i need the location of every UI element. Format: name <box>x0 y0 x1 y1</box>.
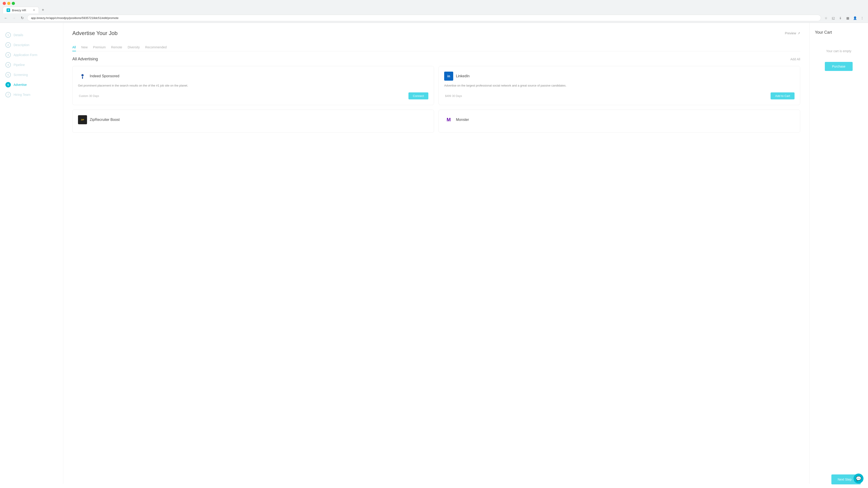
page-title: Advertise Your Job <box>72 30 118 36</box>
monster-card-header: M Monster <box>444 115 795 124</box>
monster-card-title: Monster <box>456 118 469 122</box>
sidebar-item-pipeline[interactable]: 4 Pipeline <box>5 60 58 70</box>
sidebar-label-hiring-team: Hiring Team <box>13 93 30 96</box>
sidebar-label-details: Details <box>13 33 23 37</box>
indeed-card-header: Indeed Sponsored <box>78 72 428 80</box>
filter-tab-diversity[interactable]: Diversity <box>128 43 140 51</box>
filter-tab-all[interactable]: All <box>72 43 76 51</box>
url-bar[interactable]: app.breezy.hr/app/c/moodjoy/positions/59… <box>27 15 821 21</box>
monster-card: M Monster <box>438 109 800 133</box>
step-circle-5: 5 <box>5 72 11 77</box>
linkedin-card-header: in LinkedIn <box>444 72 795 80</box>
linkedin-card-price: $49930 Days <box>444 94 462 98</box>
step-circle-4: 4 <box>5 62 11 68</box>
new-tab-button[interactable]: + <box>40 7 46 13</box>
linkedin-add-to-cart-button[interactable]: Add to Cart <box>771 92 795 99</box>
linkedin-card-title: LinkedIn <box>456 74 470 78</box>
linkedin-card-description: Advertise on the largest professional so… <box>444 84 795 88</box>
step-circle-3: 3 <box>5 52 11 58</box>
download-button[interactable]: ⇓ <box>837 15 844 21</box>
menu-button[interactable]: ⋮ <box>859 15 865 21</box>
cards-grid: Indeed Sponsored Get prominent placement… <box>72 66 800 133</box>
filter-tabs: All New Premium Remote Diversity Recomme… <box>72 43 800 51</box>
cart-title: Your Cart <box>815 30 832 35</box>
sidebar-item-hiring-team[interactable]: 7 Hiring Team <box>5 90 58 100</box>
indeed-card-footer: Custom30 Days Connect <box>78 92 428 99</box>
linkedin-card-footer: $49930 Days Add to Cart <box>444 92 795 99</box>
ziprecruiter-card: ZIP ZipRecruiter Boost <box>72 109 434 133</box>
svg-point-0 <box>81 74 84 76</box>
indeed-connect-button[interactable]: Connect <box>408 92 428 99</box>
step-circle-1: 1 <box>5 32 11 38</box>
extensions-button[interactable]: ◱ <box>830 15 836 21</box>
step-circle-6: 6 <box>5 82 11 88</box>
filter-tab-premium[interactable]: Premium <box>93 43 106 51</box>
bookmark-button[interactable]: ☆ <box>823 15 829 21</box>
sidebar-label-screening: Screening <box>13 73 28 76</box>
filter-tab-remote[interactable]: Remote <box>111 43 122 51</box>
ziprecruiter-card-header: ZIP ZipRecruiter Boost <box>78 115 428 124</box>
step-circle-2: 2 <box>5 42 11 48</box>
sidebar-label-description: Description <box>13 43 29 47</box>
next-step-label: Next Step <box>838 478 851 481</box>
incognito-button[interactable]: 👤 <box>852 15 858 21</box>
window-minimize-button[interactable] <box>7 2 10 5</box>
page-header: Advertise Your Job Preview ↗ <box>72 30 800 36</box>
add-all-button[interactable]: Add All <box>790 57 800 61</box>
cart-sidebar: Your Cart Your cart is empty Purchase <box>809 23 868 484</box>
sidebar: 1 Details 2 Description 3 Application Fo… <box>0 23 63 484</box>
linkedin-logo: in <box>444 72 453 80</box>
window-controls <box>3 2 15 5</box>
filter-tab-recommended[interactable]: Recommended <box>145 43 166 51</box>
browser-chrome: B Breezy HR × + ← → ↻ app.breezy.hr/app/… <box>0 0 868 23</box>
chat-icon: 💬 <box>856 476 862 481</box>
url-text: app.breezy.hr/app/c/moodjoy/positions/59… <box>31 16 817 20</box>
sidebar-item-description[interactable]: 2 Description <box>5 40 58 50</box>
monster-logo: M <box>444 115 453 124</box>
browser-actions: ☆ ◱ ⇓ ▦ 👤 ⋮ <box>823 15 865 21</box>
reload-button[interactable]: ↻ <box>19 15 25 21</box>
external-link-icon: ↗ <box>798 31 800 35</box>
sidebar-item-screening[interactable]: 5 Screening <box>5 70 58 80</box>
purchase-button[interactable]: Purchase <box>825 62 852 71</box>
cart-empty-message: Your cart is empty <box>826 49 851 53</box>
back-button[interactable]: ← <box>3 15 9 21</box>
linkedin-card: in LinkedIn Advertise on the largest pro… <box>438 66 800 105</box>
browser-titlebar <box>0 0 868 7</box>
section-title: All Advertising <box>72 57 98 61</box>
window-maximize-button[interactable] <box>12 2 15 5</box>
preview-link[interactable]: Preview ↗ <box>785 31 800 35</box>
indeed-card: Indeed Sponsored Get prominent placement… <box>72 66 434 105</box>
tab-favicon: B <box>6 8 10 12</box>
tab-close-button[interactable]: × <box>33 8 35 12</box>
section-header: All Advertising Add All <box>72 57 800 61</box>
svg-rect-1 <box>82 76 83 79</box>
sidebar-label-advertise: Advertise <box>13 83 27 87</box>
app-container: 1 Details 2 Description 3 Application Fo… <box>0 23 868 484</box>
sidebar-label-application-form: Application Form <box>13 53 37 57</box>
forward-button[interactable]: → <box>11 15 17 21</box>
chat-widget-button[interactable]: 💬 <box>854 474 864 484</box>
indeed-card-description: Get prominent placement in the search re… <box>78 84 428 88</box>
splitscreen-button[interactable]: ▦ <box>844 15 851 21</box>
sidebar-label-pipeline: Pipeline <box>13 63 25 67</box>
filter-tab-new[interactable]: New <box>81 43 88 51</box>
main-content: Advertise Your Job Preview ↗ All New Pre… <box>63 23 809 484</box>
indeed-card-title: Indeed Sponsored <box>90 74 119 78</box>
tab-bar: B Breezy HR × + <box>0 7 868 13</box>
sidebar-item-advertise[interactable]: 6 Advertise <box>5 80 58 90</box>
indeed-card-price: Custom30 Days <box>78 94 99 98</box>
address-bar: ← → ↻ app.breezy.hr/app/c/moodjoy/positi… <box>0 13 868 23</box>
active-tab[interactable]: B Breezy HR × <box>3 7 39 13</box>
tab-title: Breezy HR <box>12 8 26 12</box>
ziprecruiter-logo: ZIP <box>78 115 87 124</box>
sidebar-item-details[interactable]: 1 Details <box>5 30 58 40</box>
sidebar-item-application-form[interactable]: 3 Application Form <box>5 50 58 60</box>
window-close-button[interactable] <box>3 2 6 5</box>
preview-label: Preview <box>785 31 796 35</box>
indeed-logo <box>78 72 87 80</box>
ziprecruiter-card-title: ZipRecruiter Boost <box>90 118 120 122</box>
step-circle-7: 7 <box>5 92 11 97</box>
